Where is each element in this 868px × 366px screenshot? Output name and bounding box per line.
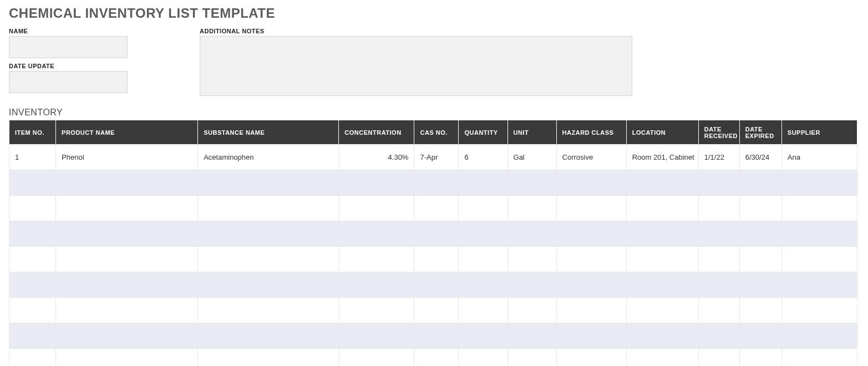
cell-hazard_class[interactable]: Corrosive <box>556 145 626 170</box>
cell-quantity[interactable] <box>459 323 507 349</box>
cell-substance_name[interactable]: Acetaminophen <box>198 145 339 170</box>
cell-date_expired[interactable] <box>739 247 781 272</box>
cell-product_name[interactable] <box>56 196 198 221</box>
cell-date_expired[interactable] <box>739 323 781 349</box>
cell-quantity[interactable] <box>459 170 507 196</box>
cell-concentration[interactable] <box>339 247 414 272</box>
cell-cas_no[interactable] <box>414 298 459 323</box>
cell-unit[interactable] <box>507 221 556 247</box>
cell-concentration[interactable] <box>339 272 414 298</box>
cell-hazard_class[interactable] <box>556 298 626 323</box>
cell-location[interactable] <box>626 247 698 272</box>
cell-hazard_class[interactable] <box>556 323 626 349</box>
cell-concentration[interactable]: 4.30% <box>339 145 414 170</box>
cell-unit[interactable] <box>507 323 556 349</box>
cell-date_received[interactable] <box>698 349 739 367</box>
cell-cas_no[interactable] <box>414 170 459 196</box>
cell-supplier[interactable] <box>781 323 857 349</box>
cell-hazard_class[interactable] <box>556 349 626 367</box>
cell-product_name[interactable] <box>56 349 198 367</box>
cell-cas_no[interactable]: 7-Apr <box>414 145 459 170</box>
cell-quantity[interactable] <box>459 247 507 272</box>
cell-hazard_class[interactable] <box>556 196 626 221</box>
cell-unit[interactable] <box>507 298 556 323</box>
cell-supplier[interactable] <box>781 196 857 221</box>
cell-location[interactable] <box>626 298 698 323</box>
cell-supplier[interactable] <box>781 349 857 367</box>
cell-supplier[interactable] <box>781 221 857 247</box>
cell-location[interactable] <box>626 221 698 247</box>
cell-substance_name[interactable] <box>198 247 339 272</box>
cell-substance_name[interactable] <box>198 196 339 221</box>
cell-product_name[interactable] <box>56 221 198 247</box>
cell-unit[interactable] <box>507 170 556 196</box>
cell-substance_name[interactable] <box>198 272 339 298</box>
cell-quantity[interactable] <box>459 272 507 298</box>
cell-cas_no[interactable] <box>414 349 459 367</box>
cell-location[interactable] <box>626 170 698 196</box>
cell-concentration[interactable] <box>339 323 414 349</box>
cell-substance_name[interactable] <box>198 349 339 367</box>
cell-product_name[interactable] <box>56 272 198 298</box>
cell-location[interactable]: Room 201, Cabinet <box>626 145 698 170</box>
cell-unit[interactable] <box>507 349 556 367</box>
cell-location[interactable] <box>626 323 698 349</box>
cell-supplier[interactable] <box>781 272 857 298</box>
cell-date_expired[interactable] <box>739 272 781 298</box>
cell-date_received[interactable] <box>698 298 739 323</box>
cell-item_no[interactable] <box>9 323 56 349</box>
cell-cas_no[interactable] <box>414 272 459 298</box>
cell-item_no[interactable] <box>9 349 56 367</box>
cell-date_received[interactable] <box>698 272 739 298</box>
cell-quantity[interactable] <box>459 196 507 221</box>
cell-unit[interactable] <box>507 272 556 298</box>
cell-item_no[interactable] <box>9 221 56 247</box>
cell-item_no[interactable] <box>9 298 56 323</box>
cell-item_no[interactable] <box>9 170 56 196</box>
cell-quantity[interactable]: 6 <box>459 145 507 170</box>
cell-product_name[interactable] <box>56 170 198 196</box>
cell-item_no[interactable] <box>9 247 56 272</box>
cell-concentration[interactable] <box>339 170 414 196</box>
cell-hazard_class[interactable] <box>556 170 626 196</box>
cell-substance_name[interactable] <box>198 170 339 196</box>
cell-date_received[interactable] <box>698 196 739 221</box>
cell-cas_no[interactable] <box>414 247 459 272</box>
cell-quantity[interactable] <box>459 298 507 323</box>
cell-hazard_class[interactable] <box>556 247 626 272</box>
cell-concentration[interactable] <box>339 196 414 221</box>
cell-cas_no[interactable] <box>414 196 459 221</box>
cell-date_received[interactable]: 1/1/22 <box>698 145 739 170</box>
cell-supplier[interactable] <box>781 298 857 323</box>
cell-date_expired[interactable] <box>739 298 781 323</box>
additional-notes-input[interactable] <box>200 36 632 96</box>
cell-date_expired[interactable] <box>739 221 781 247</box>
cell-supplier[interactable] <box>781 247 857 272</box>
cell-concentration[interactable] <box>339 221 414 247</box>
cell-substance_name[interactable] <box>198 323 339 349</box>
cell-location[interactable] <box>626 196 698 221</box>
date-update-input[interactable] <box>9 71 128 93</box>
cell-substance_name[interactable] <box>198 221 339 247</box>
cell-quantity[interactable] <box>459 349 507 367</box>
cell-supplier[interactable]: Ana <box>781 145 857 170</box>
cell-date_received[interactable] <box>698 247 739 272</box>
cell-unit[interactable]: Gal <box>507 145 556 170</box>
cell-date_received[interactable] <box>698 323 739 349</box>
cell-substance_name[interactable] <box>198 298 339 323</box>
cell-date_expired[interactable] <box>739 170 781 196</box>
cell-cas_no[interactable] <box>414 221 459 247</box>
cell-product_name[interactable] <box>56 323 198 349</box>
cell-date_received[interactable] <box>698 170 739 196</box>
cell-item_no[interactable]: 1 <box>9 145 56 170</box>
cell-hazard_class[interactable] <box>556 221 626 247</box>
cell-hazard_class[interactable] <box>556 272 626 298</box>
cell-unit[interactable] <box>507 247 556 272</box>
cell-item_no[interactable] <box>9 272 56 298</box>
cell-date_expired[interactable]: 6/30/24 <box>739 145 781 170</box>
cell-supplier[interactable] <box>781 170 857 196</box>
cell-location[interactable] <box>626 349 698 367</box>
cell-cas_no[interactable] <box>414 323 459 349</box>
cell-product_name[interactable]: Phenol <box>56 145 198 170</box>
cell-product_name[interactable] <box>56 247 198 272</box>
